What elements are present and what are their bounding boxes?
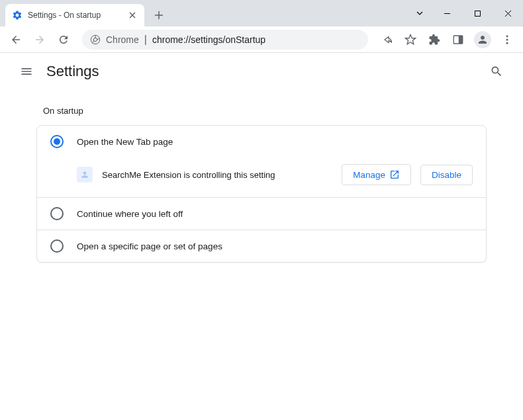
extension-app-icon [77, 167, 93, 183]
maximize-button[interactable] [462, 3, 493, 24]
chevron-down-icon[interactable] [408, 3, 432, 24]
forward-button[interactable] [29, 29, 50, 50]
page-title: Settings [46, 63, 99, 80]
page-header: Settings [0, 53, 523, 90]
minimize-button[interactable] [432, 3, 462, 24]
search-button[interactable] [483, 58, 510, 85]
svg-point-5 [506, 35, 508, 37]
svg-rect-0 [475, 11, 480, 16]
option-continue[interactable]: Continue where you left off [37, 198, 486, 230]
option-label: Open the New Tab page [77, 137, 173, 147]
back-button[interactable] [5, 29, 26, 50]
addressbar[interactable]: Chrome | chrome://settings/onStartup [82, 30, 368, 50]
manage-label: Manage [353, 170, 385, 180]
radio-continue[interactable] [50, 207, 64, 220]
gear-icon [12, 10, 23, 21]
section-title: On startup [36, 90, 487, 125]
startup-card: Open the New Tab page SearchMe Extension… [36, 125, 487, 263]
option-specific[interactable]: Open a specific page or set of pages [37, 230, 486, 262]
bookmark-icon[interactable] [400, 29, 421, 50]
address-path: chrome://settings/onStartup [152, 34, 265, 45]
toolbar: Chrome | chrome://settings/onStartup [0, 26, 523, 53]
extensions-icon[interactable] [424, 29, 445, 50]
new-tab-button[interactable] [150, 6, 168, 24]
tab-title: Settings - On startup [28, 11, 127, 20]
share-icon[interactable] [376, 29, 397, 50]
close-icon[interactable] [127, 10, 138, 21]
svg-rect-4 [459, 36, 463, 44]
avatar[interactable] [474, 31, 491, 48]
radio-specific[interactable] [50, 239, 64, 253]
close-window-button[interactable] [493, 3, 523, 24]
manage-button[interactable]: Manage [342, 164, 411, 185]
side-panel-icon[interactable] [448, 29, 469, 50]
address-chrome-label: Chrome [106, 34, 139, 45]
svg-point-7 [506, 42, 508, 44]
hamburger-menu[interactable] [13, 58, 40, 85]
titlebar: Settings - On startup [0, 0, 523, 26]
menu-icon[interactable] [497, 29, 518, 50]
extension-notice-text: SearchMe Extension is controlling this s… [102, 170, 332, 180]
browser-tab[interactable]: Settings - On startup [5, 4, 144, 26]
option-new-tab[interactable]: Open the New Tab page [37, 126, 486, 157]
address-separator: | [144, 34, 147, 46]
radio-new-tab[interactable] [50, 135, 64, 148]
open-external-icon [389, 169, 400, 180]
chrome-icon [90, 34, 101, 45]
disable-label: Disable [432, 170, 461, 180]
content: On startup Open the New Tab page SearchM… [0, 90, 523, 263]
disable-button[interactable]: Disable [420, 165, 473, 185]
option-label: Open a specific page or set of pages [77, 241, 222, 251]
option-label: Continue where you left off [77, 209, 183, 219]
reload-button[interactable] [53, 29, 74, 50]
window-controls [408, 0, 523, 26]
extension-notice: SearchMe Extension is controlling this s… [37, 157, 486, 197]
svg-point-6 [506, 38, 508, 40]
